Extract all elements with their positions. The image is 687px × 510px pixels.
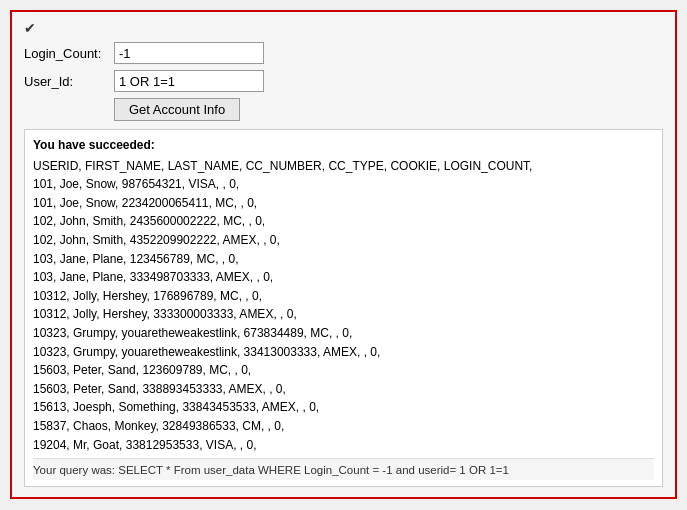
table-row: 10312, Jolly, Hershey, 176896789, MC, , … (33, 287, 654, 306)
footer-query: Your query was: SELECT * From user_data … (33, 458, 654, 480)
results-area: You have succeeded: USERID, FIRST_NAME, … (24, 129, 663, 487)
button-row: Get Account Info (114, 98, 663, 121)
table-row: 102, John, Smith, 2435600002222, MC, , 0… (33, 212, 654, 231)
login-count-row: Login_Count: (24, 42, 663, 64)
user-id-label: User_Id: (24, 74, 114, 89)
login-count-label: Login_Count: (24, 46, 114, 61)
get-account-info-button[interactable]: Get Account Info (114, 98, 240, 121)
table-row: 15603, Peter, Sand, 123609789, MC, , 0, (33, 361, 654, 380)
table-row: 103, Jane, Plane, 333498703333, AMEX, , … (33, 268, 654, 287)
user-id-row: User_Id: (24, 70, 663, 92)
results-header: USERID, FIRST_NAME, LAST_NAME, CC_NUMBER… (33, 157, 654, 176)
result-rows: 101, Joe, Snow, 987654321, VISA, , 0,101… (33, 175, 654, 454)
table-row: 10312, Jolly, Hershey, 333300003333, AME… (33, 305, 654, 324)
table-row: 102, John, Smith, 4352209902222, AMEX, ,… (33, 231, 654, 250)
table-row: 101, Joe, Snow, 2234200065411, MC, , 0, (33, 194, 654, 213)
table-row: 15603, Peter, Sand, 338893453333, AMEX, … (33, 380, 654, 399)
table-row: 10323, Grumpy, youaretheweakestlink, 673… (33, 324, 654, 343)
login-count-input[interactable] (114, 42, 264, 64)
table-row: 15837, Chaos, Monkey, 32849386533, CM, ,… (33, 417, 654, 436)
table-row: 101, Joe, Snow, 987654321, VISA, , 0, (33, 175, 654, 194)
checkmark-icon: ✔ (24, 20, 663, 36)
table-row: 103, Jane, Plane, 123456789, MC, , 0, (33, 250, 654, 269)
main-container: ✔ Login_Count: User_Id: Get Account Info… (10, 10, 677, 499)
table-row: 19204, Mr, Goat, 33812953533, VISA, , 0, (33, 436, 654, 455)
table-row: 15613, Joesph, Something, 33843453533, A… (33, 398, 654, 417)
user-id-input[interactable] (114, 70, 264, 92)
table-row: 10323, Grumpy, youaretheweakestlink, 334… (33, 343, 654, 362)
success-label: You have succeeded: (33, 136, 654, 155)
